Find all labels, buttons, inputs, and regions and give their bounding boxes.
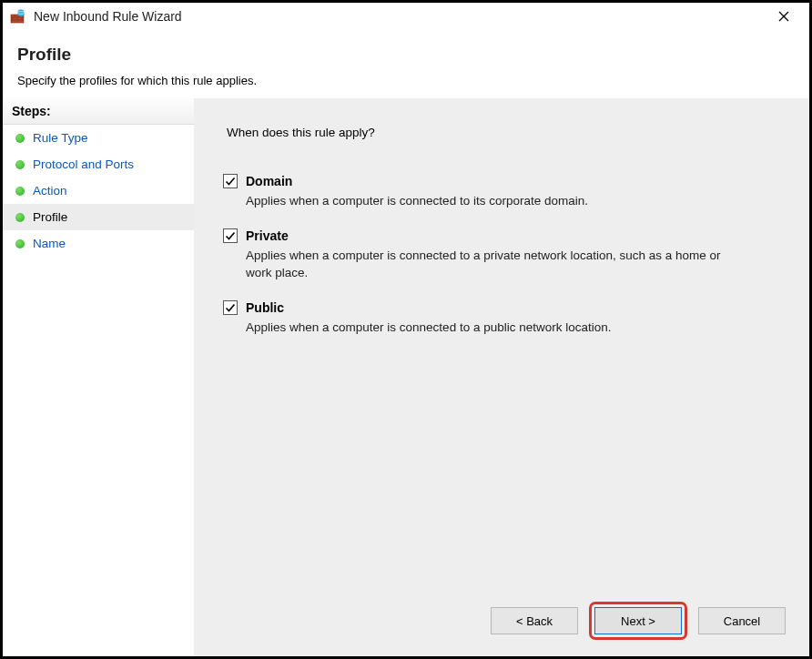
step-rule-type[interactable]: Rule Type <box>3 125 194 151</box>
step-bullet-icon <box>15 187 25 196</box>
checkmark-icon <box>225 176 236 187</box>
checkbox-domain[interactable] <box>223 174 238 188</box>
wizard-header: Profile Specify the profiles for which t… <box>3 30 809 98</box>
step-label: Protocol and Ports <box>33 157 134 171</box>
highlight-ring: Next > <box>589 602 687 640</box>
profile-private-label: Private <box>246 228 289 243</box>
step-bullet-icon <box>15 239 25 248</box>
step-protocol-ports[interactable]: Protocol and Ports <box>3 151 194 177</box>
page-title: Profile <box>17 45 795 65</box>
step-bullet-icon <box>15 134 25 143</box>
window-title: New Inbound Rule Wizard <box>34 9 182 24</box>
profile-public-block: Public Applies when a computer is connec… <box>223 300 780 337</box>
step-name[interactable]: Name <box>3 230 194 257</box>
titlebar: New Inbound Rule Wizard <box>3 3 809 30</box>
profile-domain-desc: Applies when a computer is connected to … <box>246 192 728 210</box>
checkbox-private[interactable] <box>223 228 238 243</box>
step-action[interactable]: Action <box>3 177 194 204</box>
profile-domain-block: Domain Applies when a computer is connec… <box>223 174 780 210</box>
step-bullet-icon <box>15 213 25 222</box>
page-subtitle: Specify the profiles for which this rule… <box>17 74 795 87</box>
profile-domain-label: Domain <box>246 174 292 188</box>
steps-sidebar: Steps: Rule Type Protocol and Ports Acti… <box>3 98 194 656</box>
profile-public-label: Public <box>246 300 284 315</box>
close-icon <box>778 11 789 22</box>
step-label: Name <box>33 237 66 250</box>
prompt-text: When does this rule apply? <box>227 126 780 139</box>
wizard-footer-buttons: < Back Next > Cancel <box>491 602 786 640</box>
back-button[interactable]: < Back <box>491 607 578 634</box>
checkbox-public[interactable] <box>223 300 238 315</box>
checkmark-icon <box>225 302 236 313</box>
main-panel: When does this rule apply? Domain Applie… <box>194 98 809 656</box>
profile-private-desc: Applies when a computer is connected to … <box>246 247 728 282</box>
checkmark-icon <box>225 230 236 241</box>
close-button[interactable] <box>766 4 802 29</box>
firewall-icon <box>10 8 26 25</box>
step-label: Profile <box>33 210 67 224</box>
profile-public-desc: Applies when a computer is connected to … <box>246 319 728 337</box>
step-label: Action <box>33 184 67 198</box>
step-bullet-icon <box>15 160 25 169</box>
step-profile[interactable]: Profile <box>3 204 194 230</box>
next-button[interactable]: Next > <box>594 607 682 634</box>
profile-private-block: Private Applies when a computer is conne… <box>223 228 780 282</box>
steps-heading: Steps: <box>3 98 194 125</box>
step-label: Rule Type <box>33 131 88 145</box>
cancel-button[interactable]: Cancel <box>698 607 786 634</box>
